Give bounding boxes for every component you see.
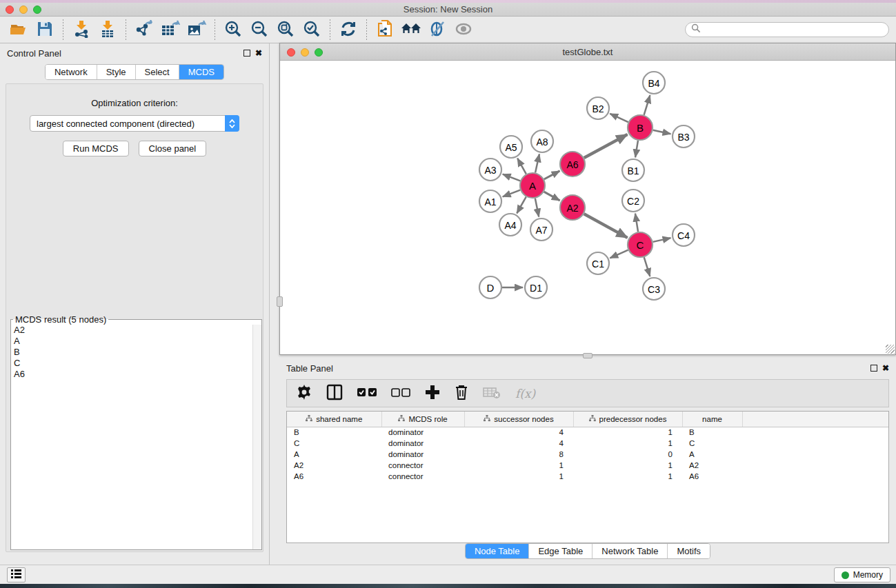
table-row[interactable]: Adominator80A <box>287 449 888 460</box>
resize-grip-icon[interactable] <box>886 345 895 354</box>
criterion-dropdown[interactable]: largest connected component (directed) <box>30 115 239 132</box>
save-session-button[interactable] <box>32 19 58 41</box>
result-item[interactable]: A6 <box>11 369 252 380</box>
tab-style[interactable]: Style <box>97 65 136 79</box>
float-panel-icon[interactable] <box>243 50 250 57</box>
graph-edge-C-C4[interactable] <box>653 238 671 242</box>
add-column-button[interactable] <box>425 384 440 403</box>
column-header-MCDS-role[interactable]: MCDS role <box>381 412 464 427</box>
graph-edge-B-B2[interactable] <box>610 114 628 122</box>
float-panel-icon[interactable] <box>870 365 877 372</box>
graph-node-A7[interactable]: A7 <box>530 219 552 241</box>
graph-node-C2[interactable]: C2 <box>622 190 644 212</box>
graph-edge-A-A2[interactable] <box>544 192 560 201</box>
close-traffic-light[interactable] <box>287 48 295 57</box>
table-row[interactable]: Cdominator41C <box>287 438 888 449</box>
delete-table-button[interactable] <box>483 384 501 403</box>
open-session-button[interactable] <box>6 19 32 41</box>
run-mcds-button[interactable]: Run MCDS <box>63 141 129 156</box>
graph-edge-A-A8[interactable] <box>535 154 539 173</box>
column-header-name[interactable]: name <box>682 412 742 427</box>
result-item[interactable]: A2 <box>11 325 252 336</box>
clone-network-button[interactable] <box>372 19 398 41</box>
table-row[interactable]: A6connector11A6 <box>287 471 888 482</box>
zoom-fit-button[interactable] <box>272 19 299 41</box>
tab-motifs[interactable]: Motifs <box>668 544 710 558</box>
graph-node-B3[interactable]: B3 <box>673 125 695 148</box>
delete-column-button[interactable] <box>455 384 468 403</box>
graph-edge-A-A4[interactable] <box>517 197 526 214</box>
graph-node-A5[interactable]: A5 <box>500 136 522 158</box>
table-settings-button[interactable] <box>297 384 312 403</box>
graph-node-B2[interactable]: B2 <box>587 97 609 119</box>
export-table-button[interactable] <box>157 19 183 41</box>
graph-node-A1[interactable]: A1 <box>479 190 501 212</box>
zoom-selected-button[interactable] <box>299 19 325 41</box>
close-panel-icon[interactable]: ✖ <box>255 50 262 57</box>
column-selector-button[interactable] <box>326 384 343 403</box>
table-row[interactable]: A2connector11A2 <box>287 460 888 471</box>
close-panel-button[interactable]: Close panel <box>139 141 207 156</box>
graph-node-B[interactable]: B <box>628 115 653 140</box>
graph-node-B1[interactable]: B1 <box>622 159 644 181</box>
graph-node-C4[interactable]: C4 <box>673 224 695 246</box>
graph-node-A2[interactable]: A2 <box>560 195 585 220</box>
tab-network[interactable]: Network <box>46 65 97 79</box>
graph-edge-B-B3[interactable] <box>653 130 671 134</box>
deselect-all-button[interactable] <box>391 384 410 403</box>
column-header-predecessor-nodes[interactable]: predecessor nodes <box>573 412 682 427</box>
graph-node-D[interactable]: D <box>479 276 501 298</box>
minimize-traffic-light[interactable] <box>301 48 309 57</box>
task-history-button[interactable] <box>7 567 26 582</box>
home-overview-button[interactable] <box>398 19 424 41</box>
graph-edge-A-A7[interactable] <box>535 199 539 217</box>
select-all-button[interactable] <box>357 384 377 403</box>
zoom-traffic-light[interactable] <box>315 48 323 57</box>
column-header-shared-name[interactable]: shared name <box>287 412 381 427</box>
graph-node-C[interactable]: C <box>628 232 653 257</box>
import-network-button[interactable] <box>68 19 94 41</box>
zoom-traffic-light[interactable] <box>33 6 41 14</box>
function-builder-button[interactable]: f(x) <box>515 384 535 403</box>
search-field[interactable] <box>685 22 889 37</box>
zoom-in-button[interactable] <box>220 19 246 41</box>
graph-edge-A-A3[interactable] <box>503 174 520 181</box>
graph-edge-C-C3[interactable] <box>644 257 650 276</box>
column-header-successor-nodes[interactable]: successor nodes <box>464 412 573 427</box>
graph-node-D1[interactable]: D1 <box>525 276 547 298</box>
result-item[interactable]: C <box>11 358 252 369</box>
graph-node-A6[interactable]: A6 <box>560 152 585 176</box>
graph-edge-A-A6[interactable] <box>544 171 560 179</box>
tab-select[interactable]: Select <box>136 65 179 79</box>
graph-node-A[interactable]: A <box>520 173 545 198</box>
export-network-button[interactable] <box>131 19 157 41</box>
close-traffic-light[interactable] <box>6 6 14 14</box>
close-panel-icon[interactable]: ✖ <box>882 365 889 372</box>
horizontal-splitter-handle[interactable] <box>583 353 593 358</box>
tab-node-table[interactable]: Node Table <box>466 544 530 558</box>
graph-node-A4[interactable]: A4 <box>499 214 521 236</box>
network-canvas[interactable]: B4B2BB3A8A5A6A3B1AC2A1A2A4A7C4CC1DD1C3 <box>280 61 895 354</box>
table-row[interactable]: Bdominator41B <box>287 427 888 438</box>
search-input[interactable] <box>701 23 883 36</box>
graph-edge-A2-C[interactable] <box>584 214 628 238</box>
result-scrollbar[interactable] <box>252 325 261 549</box>
graph-node-C3[interactable]: C3 <box>643 278 665 300</box>
graph-node-B4[interactable]: B4 <box>643 72 665 94</box>
show-hide-button[interactable] <box>450 19 477 41</box>
tab-mcds[interactable]: MCDS <box>179 65 223 79</box>
graph-edge-C-C2[interactable] <box>635 214 638 232</box>
graph-edge-A6-B[interactable] <box>584 134 628 158</box>
toggle-graphics-details-button[interactable] <box>424 19 450 41</box>
import-table-button[interactable] <box>94 19 121 41</box>
export-image-button[interactable] <box>183 19 210 41</box>
graph-edge-A-A5[interactable] <box>517 159 526 174</box>
graph-edge-A-A1[interactable] <box>503 190 520 197</box>
minimize-traffic-light[interactable] <box>19 6 28 14</box>
graph-edge-B-B1[interactable] <box>635 141 638 157</box>
graph-edge-C-C1[interactable] <box>610 250 628 258</box>
zoom-out-button[interactable] <box>246 19 272 41</box>
graph-node-A3[interactable]: A3 <box>479 159 501 181</box>
graph-edge-B-B4[interactable] <box>644 95 650 115</box>
vertical-splitter-handle[interactable] <box>277 296 283 307</box>
